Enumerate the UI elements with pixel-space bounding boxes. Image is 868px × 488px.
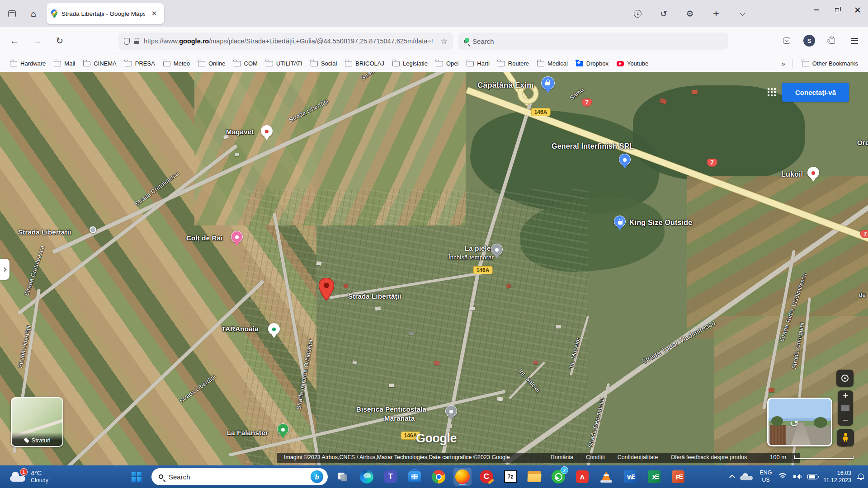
account-avatar[interactable]: S (801, 33, 817, 49)
bookmark-star-icon[interactable]: ☆ (441, 37, 448, 46)
extensions-icon[interactable] (824, 33, 840, 49)
pocket-icon[interactable] (778, 33, 795, 49)
history-icon[interactable]: ↺ (656, 5, 672, 22)
poi-label[interactable]: Colț de Rai (186, 234, 223, 242)
window-minimize-button[interactable] (806, 0, 826, 20)
file-explorer-app[interactable] (525, 468, 543, 486)
attribution-link[interactable]: Oferă feedback despre produs (670, 454, 747, 460)
reload-icon[interactable]: ↻ (52, 33, 68, 49)
bookmark-item[interactable]: Meteo (160, 58, 193, 69)
notification-bell-icon[interactable] (857, 473, 864, 480)
street-view-preview[interactable]: ↺ (767, 398, 832, 446)
microsoft-store-app[interactable] (406, 468, 424, 486)
bookmark-item[interactable]: Social (307, 58, 340, 69)
map-pin[interactable] (231, 231, 243, 243)
zoom-in-button[interactable]: + (843, 388, 849, 404)
tab-list-chevron-icon[interactable] (734, 5, 750, 22)
map-pin[interactable] (268, 323, 280, 335)
bookmark-item[interactable]: Dropbox (572, 58, 612, 69)
bookmark-item[interactable]: Youtube (613, 58, 652, 69)
edge-app[interactable] (358, 468, 376, 486)
poi-label[interactable]: Lukoil (781, 170, 803, 178)
bookmark-item[interactable]: BRICOLAJ (341, 58, 388, 69)
pegman-button[interactable] (837, 429, 854, 446)
other-bookmarks[interactable]: Other Bookmarks (798, 58, 862, 69)
bookmark-item[interactable]: UTILITATI (262, 58, 306, 69)
red-place-marker[interactable] (319, 278, 334, 300)
poi-label[interactable]: La piele (465, 244, 491, 252)
layers-control[interactable]: Straturi (11, 397, 63, 447)
map-pin[interactable] (277, 423, 289, 435)
poi-label[interactable]: Biserica Penticostala (356, 405, 426, 413)
map-pin[interactable] (619, 154, 631, 165)
poi-label[interactable]: La Falanster (227, 429, 268, 436)
map-pin[interactable] (261, 125, 273, 137)
side-panel-expand-tab[interactable] (0, 259, 9, 280)
menu-hamburger-icon[interactable] (846, 33, 863, 49)
active-tab[interactable]: Strada Libertății - Google Maps ✕ (47, 3, 164, 24)
teams-app[interactable]: T (382, 468, 400, 486)
map-pin[interactable] (614, 216, 626, 227)
my-location-button[interactable] (836, 370, 854, 387)
map-canvas[interactable]: StradaStrada LibertățiiSamuStrada Cretul… (0, 72, 868, 465)
wifi-icon[interactable] (778, 473, 788, 480)
bookmark-item[interactable]: Routere (494, 58, 533, 69)
poi-label[interactable]: Strada Libertatii (18, 228, 71, 236)
bookmark-item[interactable]: Opel (432, 58, 462, 69)
ccleaner-app[interactable]: C (477, 468, 495, 486)
battery-icon[interactable] (807, 474, 817, 479)
poi-label[interactable]: Maranata (384, 414, 415, 422)
taskbar-clock[interactable]: 16:0311.12.2023 (823, 469, 851, 484)
signin-button[interactable]: Conectați-vă (782, 83, 849, 102)
vlc-app[interactable] (597, 468, 615, 486)
map-pin[interactable] (807, 167, 819, 178)
poi-label[interactable]: Căpățână Exim (477, 81, 533, 90)
poi-label[interactable]: King Size Outside (629, 219, 692, 227)
window-close-button[interactable]: ✕ (847, 0, 868, 20)
new-tab-button[interactable]: + (708, 5, 724, 22)
poi-label[interactable]: TARAnoaia (222, 325, 259, 333)
zoom-out-button[interactable]: − (843, 413, 849, 428)
browser-search-bar[interactable]: + Search (458, 33, 728, 50)
bookmark-item[interactable]: Harti (463, 58, 493, 69)
poi-label[interactable]: de (859, 291, 866, 298)
tab-close-icon[interactable]: ✕ (149, 8, 160, 19)
bookmark-item[interactable]: Hardware (6, 58, 49, 69)
7zip-app[interactable]: 7z (501, 468, 519, 486)
window-restore-button[interactable] (826, 0, 847, 20)
tracking-shield-icon[interactable] (124, 38, 130, 45)
task-view-button[interactable] (334, 468, 352, 486)
bookmark-item[interactable]: CINEMA (80, 58, 120, 69)
onedrive-icon[interactable] (740, 473, 754, 480)
bookmarks-overflow-chevron[interactable]: » (779, 60, 787, 67)
poi-label[interactable]: Închisă temporar (448, 254, 494, 261)
bookmark-item[interactable]: Legislatie (389, 58, 431, 69)
url-bar[interactable]: https://www.google.ro/maps/place/Strada+… (118, 33, 453, 50)
taskbar-search[interactable]: Search b (151, 468, 328, 485)
lock-icon[interactable] (134, 41, 139, 44)
speaker-icon[interactable] (793, 474, 802, 480)
map-pin[interactable] (90, 226, 96, 233)
google-apps-grid-icon[interactable] (768, 88, 776, 96)
bookmark-item[interactable]: Mail (50, 58, 79, 69)
language-indicator[interactable]: ENGUS (760, 469, 772, 483)
poi-label[interactable]: General Interfinish SRL (552, 142, 634, 150)
settings-gear-icon[interactable]: ⚙ (682, 5, 698, 22)
attribution-link[interactable]: Confidențialitate (618, 454, 658, 460)
firefox-view-icon[interactable] (4, 5, 20, 22)
map-pin[interactable] (541, 76, 555, 90)
tray-expand-chevron-icon[interactable] (729, 474, 735, 480)
home-icon[interactable]: ⌂ (25, 5, 42, 22)
whatsapp-app[interactable]: 2 (549, 468, 567, 486)
clock-icon[interactable] (629, 5, 646, 22)
firefox-app-active[interactable] (453, 468, 472, 486)
chrome-app[interactable] (429, 468, 448, 486)
weather-widget[interactable]: 1 4°C Cloudy (6, 467, 52, 486)
poi-label[interactable]: Strada Libertății (348, 292, 401, 300)
back-icon[interactable]: ← (6, 33, 23, 49)
start-button[interactable] (127, 468, 146, 486)
map-pin[interactable] (445, 405, 457, 417)
bookmark-item[interactable]: COM (230, 58, 261, 69)
word-app[interactable]: W (621, 468, 639, 486)
bookmark-item[interactable]: Medical (533, 58, 571, 69)
